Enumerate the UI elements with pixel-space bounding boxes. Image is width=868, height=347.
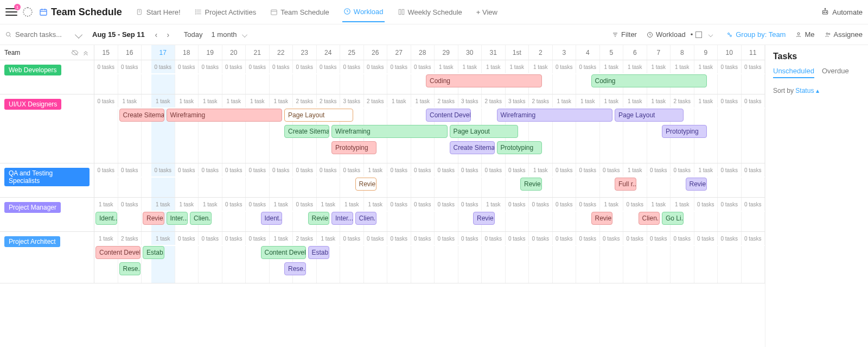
task-bar[interactable]: Page Layout xyxy=(284,109,353,122)
task-bar[interactable]: Content Devel... xyxy=(426,109,471,122)
assignee-button[interactable]: Assignee xyxy=(825,30,863,39)
task-bar[interactable]: Rese... xyxy=(284,262,306,275)
side-tab-unscheduled[interactable]: Unscheduled xyxy=(773,67,814,78)
chevron-down-icon[interactable] xyxy=(75,30,82,38)
day-header[interactable]: 28 xyxy=(411,45,435,60)
task-bar[interactable]: Estab... xyxy=(308,246,330,259)
today-button[interactable]: Today xyxy=(184,30,203,39)
groupby-button[interactable]: Group by: Team xyxy=(726,30,786,39)
filter-icon xyxy=(612,31,618,38)
task-bar[interactable]: Wireframing xyxy=(497,109,613,122)
day-header[interactable]: 27 xyxy=(387,45,411,60)
task-bar[interactable]: Revie... xyxy=(686,178,707,191)
task-bar[interactable]: Coding xyxy=(591,74,707,87)
checkbox-icon[interactable] xyxy=(695,31,702,38)
team-pill[interactable]: UI/UX Designers xyxy=(4,99,61,110)
day-header[interactable]: 9 xyxy=(694,45,718,60)
automate-button[interactable]: Automate xyxy=(821,8,863,16)
task-bar[interactable]: Wireframing xyxy=(167,109,283,122)
task-count: 0 tasks xyxy=(718,163,742,176)
day-header[interactable]: 16 xyxy=(118,45,142,60)
tab--view[interactable]: + View xyxy=(475,2,499,22)
task-bar[interactable]: Clien... xyxy=(639,212,660,225)
team-pill[interactable]: Project Manager xyxy=(4,202,61,213)
tab-project-activities[interactable]: Project Activities xyxy=(194,2,258,22)
task-bar[interactable]: Revie... xyxy=(143,212,164,225)
task-bar[interactable]: Coding xyxy=(426,74,542,87)
task-bar[interactable]: Revie... xyxy=(520,178,542,191)
task-bar[interactable]: Content Devel... xyxy=(95,246,141,259)
tab-workload[interactable]: Workload xyxy=(342,2,385,22)
day-header[interactable]: 4 xyxy=(576,45,600,60)
collapse-icon[interactable] xyxy=(82,49,90,56)
day-header[interactable]: 18 xyxy=(175,45,199,60)
task-bar[interactable]: Prototyping xyxy=(331,141,376,154)
day-header[interactable]: 21 xyxy=(246,45,270,60)
task-bar[interactable]: Revie... xyxy=(355,178,377,191)
tab-start-here-[interactable]: Start Here! xyxy=(135,2,182,22)
day-header[interactable]: 17 xyxy=(151,45,175,60)
day-header[interactable]: 1st xyxy=(506,45,529,60)
prev-button[interactable]: ‹ xyxy=(150,29,162,41)
date-range[interactable]: Aug 15 - Sep 11 xyxy=(92,30,145,39)
team-pill[interactable]: Web Developers xyxy=(4,65,61,75)
task-bar[interactable]: Ident... xyxy=(261,212,283,225)
filter-button[interactable]: Filter xyxy=(612,30,637,39)
task-bar[interactable]: Revie... xyxy=(591,212,613,225)
task-bar[interactable]: Content Devel... xyxy=(261,246,306,259)
me-button[interactable]: Me xyxy=(795,30,814,39)
task-bar[interactable]: Revie... xyxy=(473,212,495,225)
sortby-value[interactable]: Status ▴ xyxy=(795,87,819,94)
eye-off-icon[interactable] xyxy=(71,49,79,56)
day-header[interactable]: 10 xyxy=(718,45,742,60)
day-header[interactable]: 3 xyxy=(553,45,577,60)
day-header[interactable]: 26 xyxy=(364,45,388,60)
day-header[interactable]: 6 xyxy=(623,45,647,60)
task-bar[interactable]: Go Li... xyxy=(662,212,684,225)
side-tab-overdue[interactable]: Overdue xyxy=(822,67,849,78)
task-bar[interactable]: Prototyping xyxy=(662,125,707,138)
task-bar[interactable]: Clien... xyxy=(190,212,212,225)
task-bar[interactable]: Clien... xyxy=(355,212,377,225)
team-pill[interactable]: Project Architect xyxy=(4,236,60,247)
task-bar[interactable]: Full r... xyxy=(615,178,636,191)
day-header[interactable]: 25 xyxy=(340,45,364,60)
day-header[interactable]: 30 xyxy=(458,45,482,60)
day-header[interactable]: 11 xyxy=(742,45,765,60)
day-header[interactable]: 29 xyxy=(435,45,458,60)
task-bar[interactable]: Revie... xyxy=(308,212,330,225)
next-button[interactable]: › xyxy=(162,29,174,41)
day-header[interactable]: 22 xyxy=(270,45,293,60)
search-input[interactable] xyxy=(15,30,69,39)
task-bar[interactable]: Page Layout xyxy=(450,125,519,138)
day-header[interactable]: 19 xyxy=(199,45,222,60)
day-header[interactable]: 20 xyxy=(222,45,246,60)
task-bar[interactable]: Inter... xyxy=(331,212,353,225)
tab-team-schedule[interactable]: Team Schedule xyxy=(269,2,330,22)
day-header[interactable]: 15 xyxy=(94,45,118,60)
period-selector[interactable]: 1 month xyxy=(212,30,251,39)
tab-weekly-schedule[interactable]: Weekly Schedule xyxy=(397,2,463,22)
workload-button[interactable]: Workload • xyxy=(647,30,717,39)
task-bar[interactable]: Inter... xyxy=(167,212,188,225)
task-bar[interactable]: Rese... xyxy=(119,262,141,275)
task-bar[interactable]: Create Sitemap xyxy=(119,109,164,122)
task-bar[interactable]: Page Layout xyxy=(615,109,684,122)
day-header[interactable]: 5 xyxy=(600,45,624,60)
task-count: 0 tasks xyxy=(411,232,435,245)
task-bar[interactable]: Create Sitemap xyxy=(450,141,495,154)
day-header[interactable]: 2 xyxy=(529,45,553,60)
menu-button[interactable]: 1 xyxy=(5,7,17,17)
task-bar[interactable]: Ident... xyxy=(95,212,117,225)
team-pill[interactable]: QA and Testing Specialists xyxy=(4,168,90,186)
task-bar[interactable]: Create Sitemap xyxy=(284,125,329,138)
task-bar[interactable]: Wireframing xyxy=(331,125,448,138)
day-header[interactable]: 23 xyxy=(293,45,317,60)
task-bar[interactable]: Estab... xyxy=(143,246,164,259)
task-bar[interactable]: Prototyping xyxy=(497,141,542,154)
search-box[interactable] xyxy=(5,30,87,39)
day-header[interactable]: 8 xyxy=(671,45,694,60)
day-header[interactable]: 24 xyxy=(317,45,341,60)
day-header[interactable]: 7 xyxy=(647,45,671,60)
day-header[interactable]: 31 xyxy=(482,45,506,60)
